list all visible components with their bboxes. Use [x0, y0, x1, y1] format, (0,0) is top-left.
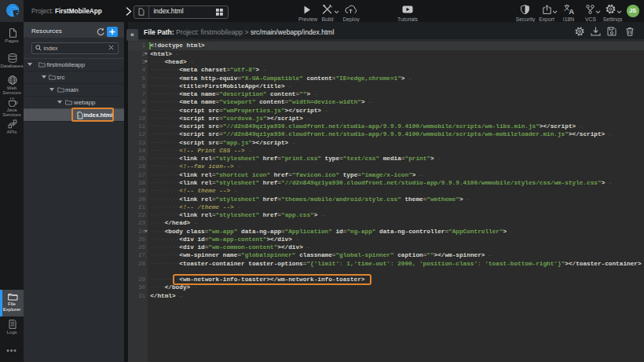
- svg-text:A: A: [569, 7, 574, 14]
